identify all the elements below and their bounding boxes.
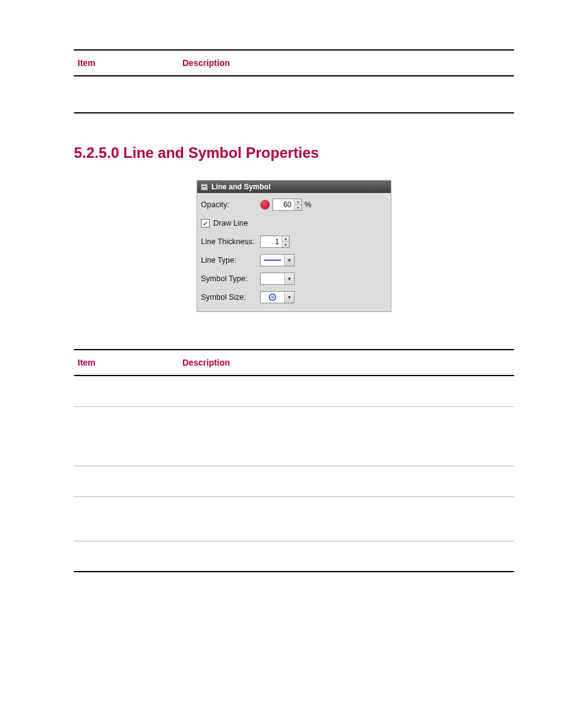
opacity-spinner[interactable]: ▲ ▼ <box>294 199 301 210</box>
table-row <box>74 406 514 466</box>
panel-body: Opacity: 60 ▲ ▼ % ✓ Draw Line Line <box>197 193 391 311</box>
line-thickness-spinner[interactable]: ▲ ▼ <box>282 236 289 247</box>
table-row <box>74 541 514 572</box>
symbol-type-row: Symbol Type: ▼ <box>201 269 387 288</box>
col-header-description: Description <box>179 50 514 76</box>
line-and-symbol-panel: − Line and Symbol Opacity: 60 ▲ ▼ % ✓ <box>197 180 391 312</box>
table-row <box>74 496 514 541</box>
col-header-description: Description <box>179 350 514 376</box>
section-heading: 5.2.5.0 Line and Symbol Properties <box>74 144 514 162</box>
symbol-size-label: Symbol Size: <box>201 293 260 302</box>
opacity-label: Opacity: <box>201 200 260 209</box>
table-header-row: Item Description <box>74 50 514 76</box>
line-thickness-label: Line Thickness: <box>201 237 260 246</box>
line-sample-icon <box>264 260 281 261</box>
draw-line-checkbox[interactable]: ✓ <box>201 219 210 228</box>
opacity-stepper[interactable]: 60 ▲ ▼ <box>272 199 302 211</box>
spinner-down-icon[interactable]: ▼ <box>282 242 289 248</box>
line-type-label: Line Type: <box>201 256 260 265</box>
top-table: Item Description <box>74 49 514 113</box>
draw-line-row: ✓ Draw Line <box>201 214 387 232</box>
opacity-value[interactable]: 60 <box>273 199 294 210</box>
line-thickness-value[interactable]: 1 <box>261 236 282 247</box>
draw-line-label: Draw Line <box>213 219 248 228</box>
symbol-type-label: Symbol Type: <box>201 274 260 283</box>
table-header-row: Item Description <box>74 350 514 376</box>
col-header-item: Item <box>74 50 179 76</box>
panel-title-bar[interactable]: − Line and Symbol <box>197 181 391 193</box>
properties-description-table: Item Description <box>74 349 514 572</box>
chevron-down-icon[interactable]: ▼ <box>284 255 294 266</box>
line-thickness-stepper[interactable]: 1 ▲ ▼ <box>260 236 290 248</box>
line-type-dropdown[interactable]: ▼ <box>260 254 295 266</box>
spinner-up-icon[interactable]: ▲ <box>282 236 289 242</box>
check-icon: ✓ <box>203 220 208 228</box>
symbol-type-dropdown[interactable]: ▼ <box>260 273 295 285</box>
symbol-size-dropdown[interactable]: ▼ <box>260 291 295 303</box>
chevron-down-icon[interactable]: ▼ <box>284 273 294 284</box>
spinner-down-icon[interactable]: ▼ <box>295 205 301 211</box>
table-row <box>74 466 514 496</box>
table-row <box>74 76 514 113</box>
opacity-row: Opacity: 60 ▲ ▼ % <box>201 195 387 214</box>
opacity-unit: % <box>304 200 311 209</box>
col-header-item: Item <box>74 350 179 376</box>
document-page: Item Description 5.2.5.0 Line and Symbol… <box>0 0 588 572</box>
line-type-preview <box>261 255 284 266</box>
symbol-size-row: Symbol Size: ▼ <box>201 288 387 306</box>
chevron-down-icon[interactable]: ▼ <box>284 292 294 303</box>
line-type-row: Line Type: ▼ <box>201 251 387 269</box>
line-thickness-row: Line Thickness: 1 ▲ ▼ <box>201 232 387 251</box>
collapse-icon[interactable]: − <box>201 184 208 191</box>
spinner-up-icon[interactable]: ▲ <box>295 199 301 205</box>
table-row <box>74 376 514 406</box>
symbol-sample-icon <box>269 294 276 301</box>
symbol-size-preview <box>261 292 284 303</box>
symbol-type-preview <box>261 273 284 284</box>
color-swatch-icon[interactable] <box>260 200 270 210</box>
panel-title: Line and Symbol <box>211 183 271 191</box>
